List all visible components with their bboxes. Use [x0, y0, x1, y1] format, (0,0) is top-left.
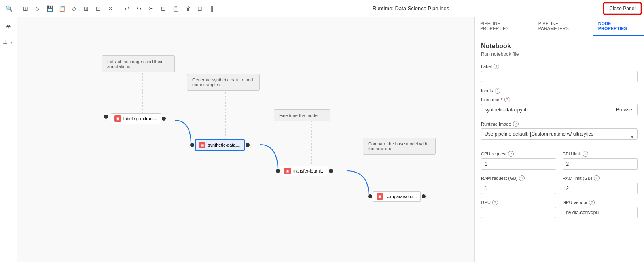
toolbar-separator-2	[119, 4, 119, 13]
runtime-image-select[interactable]: Use pipeline default: [Custom runtime w/…	[481, 128, 638, 140]
main-area: ⊕ ⟂ ▾ Extract the images and their annot…	[0, 17, 644, 262]
comparison-node-label: comparaison.i...	[386, 194, 417, 199]
ram-limit-help-icon[interactable]: ?	[594, 175, 600, 181]
synthetic-comment-node[interactable]: Generate synthetic data to add more samp…	[187, 74, 260, 91]
canvas-area[interactable]: Extract the images and their annotations…	[17, 17, 474, 262]
arrange-icon[interactable]: ⊟	[194, 3, 205, 14]
filename-help-icon[interactable]: ?	[504, 97, 510, 102]
runtime-image-select-wrapper: Use pipeline default: [Custom runtime w/…	[481, 128, 638, 145]
ram-limit-col: RAM limit (GB) ?	[563, 175, 638, 200]
comparison-node-icon: ▣	[377, 193, 383, 200]
transfer-node-right-dot	[329, 169, 333, 173]
inputs-section-label: Inputs ?	[481, 88, 638, 94]
tab-pipeline-properties[interactable]: PIPELINE PROPERTIES	[475, 17, 533, 36]
ram-request-label: RAM request (GB) ?	[481, 175, 556, 181]
synthetic-node-wrapper: ▣ synthetic-data....	[190, 139, 250, 151]
toolbar-separator-1	[17, 4, 17, 13]
search-icon[interactable]: 🔍	[3, 3, 15, 14]
ram-request-input[interactable]	[481, 183, 556, 194]
transfer-node-left-dot	[276, 169, 280, 173]
left-sidebar: ⊕ ⟂ ▾	[0, 17, 17, 262]
gpu-vendor-input[interactable]	[563, 207, 638, 218]
gpu-label: GPU ?	[481, 200, 556, 205]
tab-node-properties[interactable]: NODE PROPERTIES	[593, 17, 644, 36]
synthetic-node[interactable]: ▣ synthetic-data....	[195, 139, 245, 151]
gpu-input[interactable]	[481, 207, 556, 218]
synthetic-node-left-dot	[190, 143, 194, 147]
gpu-vendor-col: GPU Vendor ?	[563, 200, 638, 224]
comparison-node-right-dot	[422, 194, 426, 198]
extract-comment-node[interactable]: Extract the images and their annotations	[102, 55, 175, 72]
cpu-request-input[interactable]	[481, 158, 556, 170]
cpu-row: CPU request ? CPU limit ?	[481, 151, 638, 175]
labeling-node-wrapper: ▣ labeling-extrac....	[106, 113, 166, 124]
runtime-label: Runtime: Data Science Pipelines	[218, 5, 603, 11]
filename-row: Browse	[481, 104, 638, 115]
node-icon[interactable]: ⁙	[105, 3, 116, 14]
panel-content: Notebook Run notebook file Label ? Input…	[475, 36, 644, 262]
copy-icon[interactable]: ⊡	[158, 3, 169, 14]
run-icon[interactable]: ▷	[32, 3, 43, 14]
transfer-node-label: transfer-learni...	[293, 168, 324, 173]
ram-request-col: RAM request (GB) ?	[481, 175, 556, 200]
labeling-node-label: labeling-extrac....	[123, 116, 157, 121]
transfer-node-wrapper: ▣ transfer-learni...	[276, 166, 333, 176]
ram-limit-label: RAM limit (GB) ?	[563, 175, 638, 181]
zoom-icon[interactable]: ||	[206, 3, 218, 14]
cpu-limit-label: CPU limit ?	[563, 151, 638, 157]
inputs-help-icon[interactable]: ?	[495, 88, 500, 94]
transfer-node-icon: ▣	[284, 168, 291, 174]
comparison-node[interactable]: ▣ comparaison.i...	[373, 191, 421, 202]
gpu-row: GPU ? GPU Vendor ?	[481, 200, 638, 224]
cpu-limit-input[interactable]	[563, 158, 638, 170]
compare-comment-text: Compare the base model with the new one	[368, 141, 427, 151]
labeling-node-right-dot	[162, 117, 166, 121]
ram-request-help-icon[interactable]: ?	[519, 175, 525, 181]
comparison-node-left-dot	[368, 194, 372, 198]
filename-field-label: Filename * ?	[481, 97, 638, 102]
cpu-request-col: CPU request ?	[481, 151, 556, 175]
delete-icon[interactable]: 🗑	[182, 3, 193, 14]
redo-icon[interactable]: ↪	[133, 3, 145, 14]
fine-tune-comment-text: Fine tune the model	[279, 113, 318, 118]
undo-icon[interactable]: ↩	[121, 3, 133, 14]
cpu-limit-help-icon[interactable]: ?	[583, 151, 588, 157]
toolbar: 🔍 ⊞ ▷ 💾 📋 ◇ ⊞ ⊡ ⁙ ↩ ↪ ✂ ⊡ 📋 🗑 ⊟ || Runti…	[0, 0, 644, 17]
runtime-image-help-icon[interactable]: ?	[513, 121, 519, 127]
filename-required-mark: *	[501, 97, 502, 102]
close-panel-area: Close Panel	[604, 3, 641, 14]
close-panel-button[interactable]: Close Panel	[604, 3, 641, 14]
runtime-image-label: Runtime Image ?	[481, 121, 638, 127]
gpu-vendor-help-icon[interactable]: ?	[589, 200, 595, 205]
labeling-node[interactable]: ▣ labeling-extrac....	[111, 113, 161, 124]
export-icon[interactable]: 📋	[56, 3, 68, 14]
sidebar-pipeline-icon[interactable]: ⊕	[2, 20, 15, 32]
gpu-help-icon[interactable]: ?	[492, 200, 498, 205]
label-help-icon[interactable]: ?	[494, 64, 499, 69]
browse-button[interactable]: Browse	[611, 104, 638, 115]
tab-pipeline-parameters[interactable]: PIPELINE PARAMETERS	[533, 17, 593, 36]
label-input[interactable]	[481, 71, 638, 82]
paste-icon[interactable]: 📋	[170, 3, 181, 14]
label-field-label: Label ?	[481, 64, 638, 69]
panel-section-title: Notebook	[481, 43, 638, 50]
labeling-node-left-dot	[104, 115, 108, 119]
clear-icon[interactable]: ◇	[68, 3, 80, 14]
fine-tune-comment-node[interactable]: Fine tune the model	[274, 109, 330, 121]
gpu-vendor-label: GPU Vendor ?	[563, 200, 638, 205]
panel-tabs: PIPELINE PROPERTIES PIPELINE PARAMETERS …	[475, 17, 644, 36]
filename-input[interactable]	[481, 104, 611, 115]
labeling-node-icon: ▣	[114, 115, 121, 122]
save-icon[interactable]: 💾	[44, 3, 55, 14]
transfer-node[interactable]: ▣ transfer-learni...	[281, 166, 328, 176]
cpu-request-help-icon[interactable]: ?	[508, 151, 514, 157]
compare-comment-node[interactable]: Compare the base model with the new one	[363, 138, 436, 155]
new-pipeline-icon[interactable]: ⊞	[20, 3, 31, 14]
synthetic-node-right-dot	[246, 143, 250, 147]
sidebar-branch-icon[interactable]: ⟂ ▾	[2, 36, 15, 48]
grid-icon[interactable]: ⊡	[93, 3, 104, 14]
layout-icon[interactable]: ⊞	[80, 3, 92, 14]
comparison-node-wrapper: ▣ comparaison.i...	[368, 191, 426, 202]
ram-limit-input[interactable]	[563, 183, 638, 194]
cut-icon[interactable]: ✂	[146, 3, 157, 14]
